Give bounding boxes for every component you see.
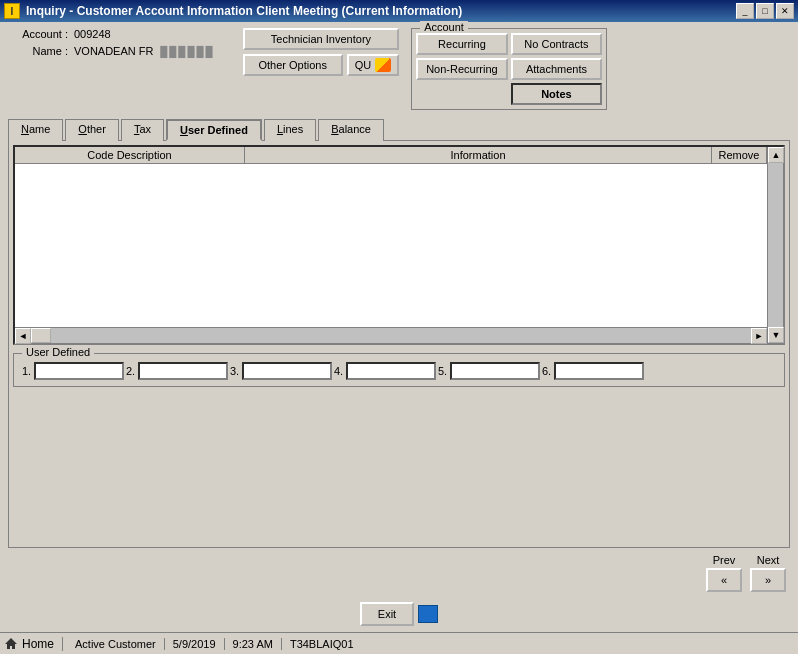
col-code-description: Code Description (15, 147, 245, 163)
ud-field-4[interactable] (346, 362, 436, 380)
ud-num-1: 1. (22, 365, 32, 377)
next-label: Next (757, 554, 780, 566)
tab-lines[interactable]: Lines (264, 119, 316, 141)
vscroll-down-arrow[interactable]: ▼ (768, 327, 784, 343)
ud-num-2: 2. (126, 365, 136, 377)
content-area: Code Description Information Remove ◄ ► … (8, 140, 790, 548)
account-group: Account Recurring No Contracts Non-Recur… (411, 28, 607, 110)
top-section: Account : 009248 Name : VONADEAN FR ████… (0, 22, 798, 114)
ud-num-5: 5. (438, 365, 448, 377)
title-text: Inquiry - Customer Account Information C… (26, 4, 462, 18)
close-button[interactable]: ✕ (776, 3, 794, 19)
vscroll-track (768, 163, 783, 327)
qu-icon (375, 58, 391, 72)
recurring-button[interactable]: Recurring (416, 33, 508, 55)
data-grid: Code Description Information Remove ◄ ► … (13, 145, 785, 345)
account-value: 009248 (74, 28, 111, 40)
scroll-thumb[interactable] (31, 328, 51, 343)
account-group-label: Account (420, 21, 468, 33)
grid-header: Code Description Information Remove (15, 147, 767, 164)
tab-name[interactable]: Name (8, 119, 63, 141)
scroll-track[interactable] (31, 328, 751, 343)
ud-field-5[interactable] (450, 362, 540, 380)
active-customer-status: Active Customer (67, 638, 165, 650)
time-status: 9:23 AM (225, 638, 282, 650)
home-label: Home (22, 637, 54, 651)
ud-field-3[interactable] (242, 362, 332, 380)
tabs-bar: Name Other Tax User Defined Lines Balanc… (0, 118, 798, 140)
attachments-button[interactable]: Attachments (511, 58, 603, 80)
tab-user-defined[interactable]: User Defined (166, 119, 262, 141)
user-defined-section: User Defined 1. 2. 3. 4. 5. 6. (13, 353, 785, 387)
exit-section: Exit (0, 596, 798, 632)
home-icon (4, 637, 18, 650)
svg-marker-0 (5, 638, 17, 649)
tab-balance[interactable]: Balance (318, 119, 384, 141)
scroll-left-arrow[interactable]: ◄ (15, 328, 31, 344)
date-status: 5/9/2019 (165, 638, 225, 650)
maximize-button[interactable]: □ (756, 3, 774, 19)
account-label: Account : (8, 28, 68, 40)
prev-button[interactable]: « (706, 568, 742, 592)
next-group: Next » (750, 554, 786, 592)
status-items: Active Customer 5/9/2019 9:23 AM T34BLAI… (67, 638, 794, 650)
home-button[interactable]: Home (4, 637, 63, 651)
no-contracts-button[interactable]: No Contracts (511, 33, 603, 55)
ud-num-6: 6. (542, 365, 552, 377)
nav-section: Prev « Next » (0, 548, 798, 596)
minimize-button[interactable]: _ (736, 3, 754, 19)
ud-num-3: 3. (230, 365, 240, 377)
v-scrollbar[interactable]: ▲ ▼ (767, 147, 783, 343)
title-bar: I Inquiry - Customer Account Information… (0, 0, 798, 22)
name-value: VONADEAN FR (74, 45, 153, 57)
main-window: Account : 009248 Name : VONADEAN FR ████… (0, 22, 798, 654)
tab-other[interactable]: Other (65, 119, 119, 141)
account-info: Account : 009248 Name : VONADEAN FR ████… (8, 28, 215, 62)
ud-num-4: 4. (334, 365, 344, 377)
top-buttons: Technician Inventory Other Options QU (243, 28, 400, 76)
qu-label: QU (355, 59, 372, 71)
notes-button[interactable]: Notes (511, 83, 603, 105)
user-defined-fields: 1. 2. 3. 4. 5. 6. (22, 362, 776, 380)
technician-inventory-button[interactable]: Technician Inventory (243, 28, 400, 50)
ud-field-6[interactable] (554, 362, 644, 380)
other-options-button[interactable]: Other Options (243, 54, 343, 76)
name-label: Name : (8, 45, 68, 57)
prev-label: Prev (713, 554, 736, 566)
user-defined-label: User Defined (22, 346, 94, 358)
scroll-right-arrow[interactable]: ► (751, 328, 767, 344)
code-status: T34BLAIQ01 (282, 638, 362, 650)
next-button[interactable]: » (750, 568, 786, 592)
qu-button[interactable]: QU (347, 54, 400, 76)
exit-button[interactable]: Exit (360, 602, 414, 626)
ud-field-2[interactable] (138, 362, 228, 380)
col-information: Information (245, 147, 712, 163)
ud-field-1[interactable] (34, 362, 124, 380)
exit-icon (418, 605, 438, 623)
vscroll-up-arrow[interactable]: ▲ (768, 147, 784, 163)
app-icon: I (4, 3, 20, 19)
window-controls[interactable]: _ □ ✕ (736, 3, 794, 19)
non-recurring-button[interactable]: Non-Recurring (416, 58, 508, 80)
grid-body (15, 164, 767, 327)
prev-group: Prev « (706, 554, 742, 592)
status-bar: Home Active Customer 5/9/2019 9:23 AM T3… (0, 632, 798, 654)
col-remove: Remove (712, 147, 767, 163)
tab-tax[interactable]: Tax (121, 119, 164, 141)
h-scrollbar[interactable]: ◄ ► (15, 327, 767, 343)
